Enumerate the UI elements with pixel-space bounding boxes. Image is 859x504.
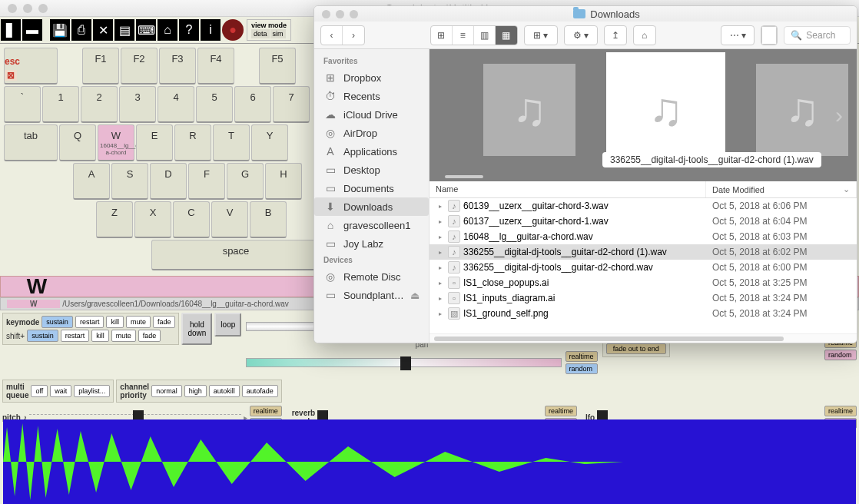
key-x[interactable]: X [134, 201, 171, 238]
key-f4[interactable]: F4 [197, 48, 234, 85]
empty-button[interactable] [761, 26, 777, 45]
file-row[interactable]: ▸♪336255__digital-dj-tools__guitar-d2-ch… [430, 260, 857, 275]
key-d[interactable]: D [150, 163, 187, 200]
file-row[interactable]: ▸▫IS1_close_popups.aiOct 5, 2018 at 3:25… [430, 275, 857, 290]
sidebar-item-joy-labz[interactable]: ▭Joy Labz [314, 234, 429, 253]
new-doc-icon[interactable]: ▋ [1, 19, 21, 41]
key-g[interactable]: G [227, 163, 264, 200]
view-mode-detail[interactable]: deta [251, 29, 270, 38]
save-icon[interactable]: 💾 [50, 19, 70, 41]
view-mode-switch[interactable]: view mode detasim [247, 19, 291, 41]
view-list[interactable]: ≡ [453, 26, 474, 45]
key-7[interactable]: 7 [273, 86, 310, 123]
key-5[interactable]: 5 [196, 86, 233, 123]
sidebar-item-documents[interactable]: ▭Documents [314, 179, 429, 197]
view-icons[interactable]: ⊞ [431, 26, 453, 45]
key-z[interactable]: Z [96, 201, 133, 238]
disclosure-triangle-icon[interactable]: ▸ [436, 218, 445, 225]
finder-search[interactable]: 🔍 Search [784, 26, 851, 45]
key-t[interactable]: T [213, 124, 250, 161]
help-icon[interactable]: ? [179, 19, 199, 41]
key-esc[interactable]: esc ⊠ [4, 48, 58, 85]
km-kill[interactable]: kill [106, 316, 124, 328]
file-row[interactable]: ▸♪60139__uzerx__guitar-chord-3.wavOct 5,… [430, 198, 857, 214]
key-1[interactable]: 1 [42, 86, 79, 123]
open-icon[interactable]: ▬ [22, 19, 42, 41]
key-6[interactable]: 6 [234, 86, 271, 123]
sidebar-item-airdrop[interactable]: ◎AirDrop [314, 124, 429, 142]
disclosure-triangle-icon[interactable]: ▸ [436, 264, 445, 271]
file-row[interactable]: ▸♪336255__digital-dj-tools__guitar-d2-ch… [430, 244, 857, 260]
action-button[interactable]: ⚙ ▾ [565, 26, 597, 45]
pan-random[interactable]: random [565, 363, 598, 374]
arrange-button[interactable]: ⊞ ▾ [525, 26, 557, 45]
key-w[interactable]: W 16048__lg__guitar-a-chord [98, 124, 134, 161]
mq-off[interactable]: off [31, 385, 48, 397]
info-icon[interactable]: i [201, 19, 221, 41]
view-gallery[interactable]: ▦ [496, 26, 517, 45]
cp-autofade[interactable]: autofade [242, 385, 278, 397]
loop-button[interactable]: loop [214, 313, 241, 337]
record-icon[interactable]: ● [222, 19, 244, 41]
file-row[interactable]: ▸▧IS1_ground_self.pngOct 5, 2018 at 3:24… [430, 306, 857, 321]
preview-thumb-main[interactable]: ♫ [606, 52, 725, 167]
tools-icon[interactable]: ✕ [93, 19, 113, 41]
keyboard-icon[interactable]: ⌨ [136, 19, 156, 41]
pitch-realtime[interactable]: realtime [250, 406, 282, 416]
km-sustain[interactable]: sustain [41, 316, 73, 328]
sidebar-device-soundplant-[interactable]: ▭Soundplant…⏏ [314, 286, 429, 304]
key-f1[interactable]: F1 [82, 48, 119, 85]
zoom-light[interactable] [38, 4, 48, 13]
key-e[interactable]: E [136, 124, 173, 161]
fr-random[interactable]: random [824, 350, 857, 360]
sidebar-item-gravescolleen1[interactable]: ⌂gravescolleen1 [314, 216, 429, 234]
file-row[interactable]: ▸♪16048__lg__guitar-a-chord.wavOct 5, 20… [430, 229, 857, 244]
key-space[interactable]: space [151, 240, 320, 270]
key-q[interactable]: Q [59, 124, 96, 161]
mq-wait[interactable]: wait [50, 385, 71, 397]
km-mute[interactable]: mute [126, 316, 151, 328]
key-y[interactable]: Y [251, 124, 288, 161]
eject-icon[interactable]: ⏏ [410, 290, 420, 301]
horiz-scrollbar[interactable] [430, 333, 857, 343]
key-4[interactable]: 4 [158, 86, 194, 123]
km-s-sustain[interactable]: sustain [27, 330, 58, 342]
disclosure-triangle-icon[interactable]: ▸ [436, 234, 445, 240]
cp-high[interactable]: high [184, 385, 207, 397]
file-row[interactable]: ▸▫IS1_inputs_diagram.aiOct 5, 2018 at 3:… [430, 290, 857, 306]
km-fade[interactable]: fade [153, 316, 176, 328]
key-f[interactable]: F [188, 163, 225, 200]
view-cols[interactable]: ▥ [474, 26, 496, 45]
km-s-fade[interactable]: fade [138, 330, 161, 342]
reverb-realtime[interactable]: realtime [545, 406, 577, 416]
disclosure-triangle-icon[interactable]: ▸ [436, 310, 445, 317]
key-c[interactable]: C [173, 201, 210, 238]
finder-zoom[interactable] [350, 10, 358, 18]
col-name[interactable]: Name [430, 181, 706, 197]
col-date[interactable]: Date Modified⌄ [706, 181, 857, 197]
view-mode-simple[interactable]: sim [270, 29, 286, 38]
key-backtick[interactable]: ` [4, 86, 41, 123]
key-a[interactable]: A [73, 163, 110, 200]
share-button[interactable]: ↥ [605, 26, 626, 45]
disclosure-triangle-icon[interactable]: ▸ [436, 280, 445, 287]
km-s-kill[interactable]: kill [91, 330, 109, 342]
cp-autokill[interactable]: autokill [209, 385, 240, 397]
preview-thumb-next[interactable]: ♫ [756, 64, 848, 156]
key-3[interactable]: 3 [119, 86, 156, 123]
min-light[interactable] [23, 4, 32, 13]
sidebar-item-downloads[interactable]: ⬇Downloads [314, 197, 429, 216]
key-f5[interactable]: F5 [259, 48, 296, 85]
sidebar-item-applications[interactable]: AApplications [314, 142, 429, 161]
disclosure-triangle-icon[interactable]: ▸ [436, 295, 445, 302]
sidebar-item-dropbox[interactable]: ⊞Dropbox [314, 68, 429, 87]
hold-down-button[interactable]: hold down [181, 313, 212, 345]
lfo-realtime[interactable]: realtime [824, 406, 857, 416]
gallery-next-icon[interactable]: › [835, 102, 843, 128]
key-f2[interactable]: F2 [121, 48, 158, 85]
key-r[interactable]: R [174, 124, 211, 161]
key-b[interactable]: B [250, 201, 287, 238]
finder-min[interactable] [336, 10, 344, 18]
forward-button[interactable]: › [343, 26, 364, 45]
sidebar-item-icloud-drive[interactable]: ☁iCloud Drive [314, 105, 429, 124]
